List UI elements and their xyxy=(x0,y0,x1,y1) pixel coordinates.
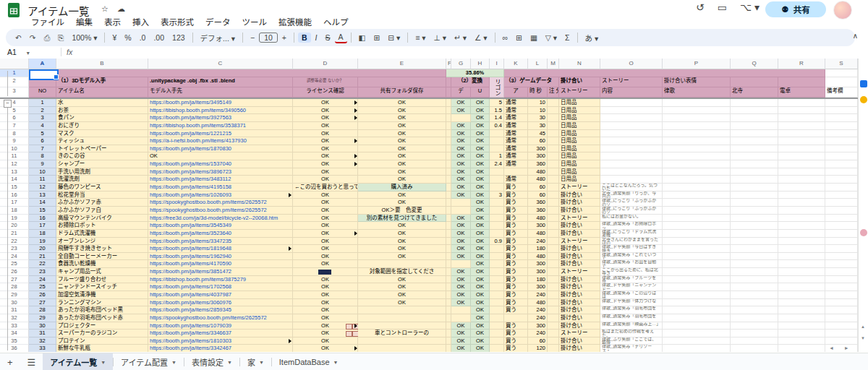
cell-ritsuka[interactable] xyxy=(663,268,731,276)
cell-polygon[interactable] xyxy=(490,145,504,153)
cell-story-note[interactable]: 律歌_通常笑み「お皿を自動で xyxy=(600,260,663,268)
cell-polygon[interactable]: 2.4 xyxy=(490,160,504,168)
cell-f[interactable] xyxy=(446,345,451,352)
cell-convert-de[interactable] xyxy=(451,314,471,322)
cell-remarks[interactable] xyxy=(825,322,858,330)
cell-story-note[interactable]: ここはどこなんだろう。気づいた xyxy=(600,184,663,192)
cell-story-note[interactable]: 律歌_通常笑み「フルーツを食 xyxy=(600,276,663,284)
insert-comment-icon[interactable]: ⊞ xyxy=(512,33,526,43)
cell-seconds[interactable]: 240 xyxy=(528,306,548,314)
cell-convert-de[interactable]: OK xyxy=(451,215,471,223)
cell-license-check[interactable]: OK xyxy=(293,337,358,345)
cell-ritsuka[interactable] xyxy=(663,253,731,261)
meet-video-icon[interactable]: ⌥ ▾ xyxy=(740,1,760,13)
cell-convert-de[interactable]: OK xyxy=(451,268,471,276)
cell-f[interactable] xyxy=(446,184,451,192)
cell-story-note[interactable] xyxy=(600,168,663,176)
decimal-decrease-icon[interactable]: .0 xyxy=(136,33,150,43)
row-header-2[interactable]: 2 xyxy=(0,77,29,87)
undo-icon[interactable]: ↶ xyxy=(12,33,25,43)
row-header-21[interactable]: 21 xyxy=(0,230,29,238)
cell-model-url[interactable]: https://free3d.com/ja/3d-model/bicycle-v… xyxy=(148,215,293,223)
cell-item[interactable]: 洗濯洗剤 xyxy=(56,176,148,184)
cell-seconds[interactable]: 300 xyxy=(528,145,548,153)
cell-category[interactable]: 日用品 xyxy=(559,130,600,138)
cell-f[interactable] xyxy=(446,145,451,153)
cell-dentaku[interactable] xyxy=(778,215,825,223)
cell-category[interactable]: 日用品 xyxy=(559,107,600,115)
cell-expression-header[interactable]: 掛け合い表情 xyxy=(663,77,731,87)
cell-seconds[interactable]: 10 xyxy=(528,107,548,115)
row-header-9[interactable]: 9 xyxy=(0,137,29,145)
cell-convert-de[interactable]: OK xyxy=(451,330,471,337)
cell-convert-de[interactable] xyxy=(451,199,471,207)
horizontal-scroll-arrows[interactable]: ◄ ► xyxy=(829,345,854,350)
cell-model-url[interactable]: https://booth.pm/ja/items/1810303 xyxy=(148,337,293,345)
cell-m[interactable] xyxy=(548,260,559,268)
cell-section3-title[interactable]: （3）ゲームデータ xyxy=(504,77,559,87)
cell-seconds[interactable]: 300 xyxy=(528,268,548,276)
cell-dentaku[interactable] xyxy=(778,122,825,130)
cell-no[interactable]: 3 xyxy=(29,114,56,122)
menu-0[interactable]: ファイル xyxy=(26,17,69,28)
cell-polygon[interactable] xyxy=(490,215,504,223)
cell-kitadera[interactable] xyxy=(731,168,778,176)
selection-fill-handle[interactable] xyxy=(54,74,59,79)
cell-model-url[interactable]: https://booth.pm/ja/items/3346637 xyxy=(148,330,293,337)
cell-no[interactable]: 30 xyxy=(29,322,56,330)
cell-license-check[interactable]: OK xyxy=(293,215,358,223)
contacts-icon[interactable] xyxy=(860,229,867,236)
cell-convert-de[interactable]: OK xyxy=(451,160,471,168)
cell-no[interactable]: 15 xyxy=(29,207,56,215)
row-header-35[interactable]: 35 xyxy=(0,337,29,345)
col-title-ritsuka[interactable]: 律歌 xyxy=(663,87,731,98)
cell-m[interactable] xyxy=(548,306,559,314)
cell-category[interactable]: 掛け合い xyxy=(559,345,600,352)
cell-story-note[interactable]: 律歌_ドヤ笑顔「体力つけな xyxy=(600,299,663,307)
row-header-27[interactable]: 27 xyxy=(0,276,29,284)
cell-item[interactable]: フルーツ盛り合わせ xyxy=(56,276,148,284)
cell-remarks[interactable] xyxy=(825,199,858,207)
cell-m[interactable] xyxy=(548,276,559,284)
cell-no[interactable]: 23 xyxy=(29,268,56,276)
functions-icon[interactable]: Σ xyxy=(561,33,574,43)
cell-item[interactable]: プロテイン xyxy=(56,337,148,345)
col-title-min[interactable]: 注 分 xyxy=(548,87,559,98)
menu-3[interactable]: 挿入 xyxy=(127,17,154,28)
cell-Q2[interactable] xyxy=(731,77,778,87)
column-header-P[interactable]: P xyxy=(663,59,731,69)
cell-row1-pink2[interactable] xyxy=(504,69,825,77)
col-title-story[interactable]: ストーリー xyxy=(559,87,600,98)
cell-convert-u[interactable]: OK xyxy=(471,260,490,268)
cell-model-url[interactable]: https://booth.pm/ja/items/4037987 xyxy=(148,291,293,299)
cell-model-url[interactable]: https://booth.pm/ja/items/1870830 xyxy=(148,145,293,153)
cell-kitadera[interactable] xyxy=(731,99,778,107)
cell-item[interactable]: キャンプ用品一式 xyxy=(56,268,148,276)
cell-m[interactable] xyxy=(548,222,559,230)
cell-polygon[interactable]: 0.9 xyxy=(490,238,504,246)
font-size-input[interactable]: 10 xyxy=(259,33,278,43)
cell-remarks[interactable] xyxy=(825,107,858,115)
cell-item[interactable]: オーブンレンジ xyxy=(56,238,148,246)
decimal-increase-icon[interactable]: .00 xyxy=(150,33,168,43)
column-header-E[interactable]: E xyxy=(358,59,446,69)
star-icon[interactable]: ☆ xyxy=(101,4,109,14)
cell-ritsuka[interactable] xyxy=(663,345,731,352)
row-header-19[interactable]: 19 xyxy=(0,215,29,223)
cell-category[interactable]: 掛け合い xyxy=(559,192,600,199)
cell-f[interactable] xyxy=(446,122,451,130)
cell-convert-de[interactable]: OK xyxy=(451,345,471,352)
cell-f[interactable] xyxy=(446,314,451,322)
cell-model-url[interactable]: https://booth.pm/ja/items/4170590 xyxy=(148,260,293,268)
cell-item[interactable]: 全自動コーヒーメーカー xyxy=(56,253,148,261)
tab-アイテム配置[interactable]: アイテム配置▼ xyxy=(114,353,184,370)
cell-convert-de[interactable]: OK xyxy=(451,291,471,299)
column-header-I[interactable]: I xyxy=(490,59,504,69)
cell-f[interactable] xyxy=(446,152,451,160)
cell-dentaku[interactable] xyxy=(778,145,825,153)
cell-remarks[interactable] xyxy=(825,291,858,299)
cell-shared-folder[interactable]: 対象範囲を指定してくださ xyxy=(358,268,446,276)
document-title[interactable]: アイテム一覧 xyxy=(27,3,90,18)
share-button[interactable]: ⚉ 共有 xyxy=(765,1,826,17)
cell-remarks[interactable] xyxy=(825,207,858,215)
